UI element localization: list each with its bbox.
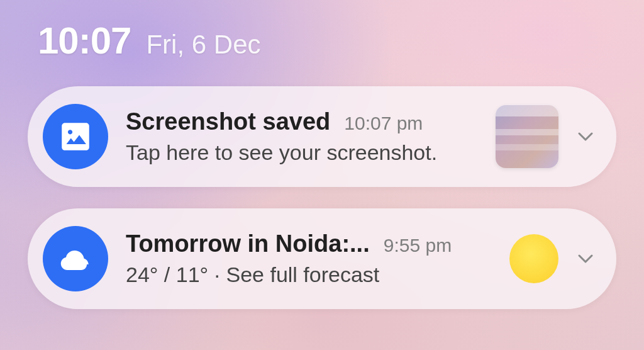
- screenshot-thumbnail[interactable]: [496, 105, 558, 168]
- notification-title: Screenshot saved: [126, 108, 330, 135]
- sun-icon: [509, 234, 558, 283]
- cloud-icon: [43, 226, 108, 291]
- status-bar: 10:07 Fri, 6 Dec: [0, 0, 644, 62]
- notification-weather[interactable]: Tomorrow in Noida:... 9:55 pm 24° / 11° …: [28, 208, 616, 309]
- notification-body: Tap here to see your screenshot.: [126, 140, 486, 165]
- picture-icon: [43, 104, 108, 169]
- notification-screenshot[interactable]: Screenshot saved 10:07 pm Tap here to se…: [28, 86, 616, 187]
- clock-time: 10:07: [38, 19, 131, 62]
- chevron-down-icon[interactable]: [577, 128, 594, 145]
- notification-title: Tomorrow in Noida:...: [126, 230, 370, 257]
- chevron-down-icon[interactable]: [577, 251, 594, 267]
- notification-body: 24° / 11° · See full forecast: [126, 262, 499, 287]
- notification-timestamp: 9:55 pm: [384, 235, 452, 256]
- notification-text: Tomorrow in Noida:... 9:55 pm 24° / 11° …: [108, 230, 509, 287]
- notification-list: Screenshot saved 10:07 pm Tap here to se…: [0, 62, 644, 309]
- clock-date: Fri, 6 Dec: [146, 30, 260, 60]
- notification-timestamp: 10:07 pm: [344, 113, 423, 134]
- notification-text: Screenshot saved 10:07 pm Tap here to se…: [108, 108, 496, 165]
